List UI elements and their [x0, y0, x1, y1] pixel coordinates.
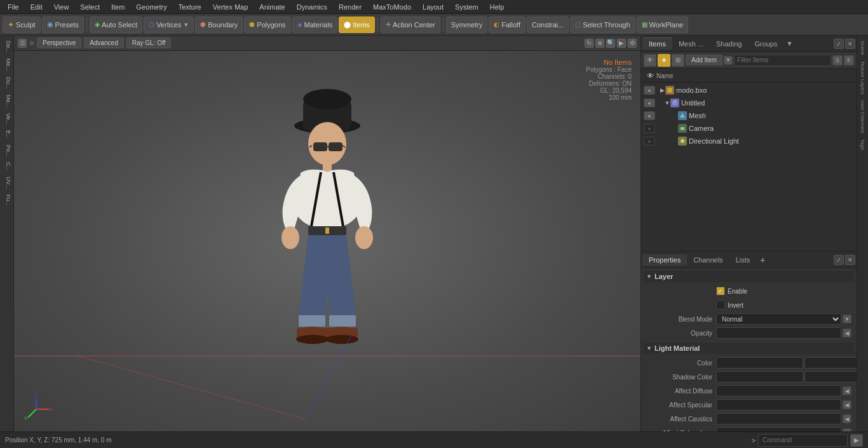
edge-tab-tags[interactable]: Tags: [858, 137, 867, 153]
menu-layout[interactable]: Layout: [417, 2, 449, 12]
filter-input[interactable]: [734, 55, 831, 66]
ray-gl-button[interactable]: Ray GL: Off: [126, 37, 172, 48]
edge-tab-scene[interactable]: Scene: [858, 38, 867, 58]
layer-section-header[interactable]: ▼ Layer: [644, 271, 854, 282]
sculpt-button[interactable]: ✦ Sculpt: [3, 17, 41, 33]
color-g-input[interactable]: 1.0: [804, 357, 857, 369]
left-tab-du[interactable]: Du...: [1, 74, 13, 92]
polygons-button[interactable]: ⬟ Polygons: [244, 17, 290, 33]
left-tab-c[interactable]: C...: [1, 160, 13, 173]
tab-properties[interactable]: Properties: [642, 254, 687, 266]
tab-channels[interactable]: Channels: [687, 254, 729, 266]
left-tab-po[interactable]: Po...: [1, 142, 13, 160]
menu-select[interactable]: Select: [75, 2, 105, 12]
action-center-button[interactable]: ✛ Action Center: [381, 17, 440, 33]
add-item-dropdown[interactable]: ▼: [724, 56, 733, 65]
filter-s-btn[interactable]: S: [832, 55, 843, 65]
perspective-button[interactable]: Perspective: [37, 37, 81, 48]
menu-view[interactable]: View: [49, 2, 74, 12]
viewport-zoom-icon[interactable]: ⊕: [595, 39, 604, 48]
opacity-btn[interactable]: ◀: [843, 329, 851, 337]
menu-file[interactable]: File: [3, 2, 24, 12]
tree-item-modo-bxo[interactable]: ● ▶ modo.bxo: [641, 84, 857, 97]
opacity-input[interactable]: 100.0 %: [716, 327, 841, 339]
command-input[interactable]: [758, 434, 848, 447]
left-tab-ve[interactable]: Ve...: [1, 111, 13, 127]
shadow-r-input[interactable]: 0.0: [716, 371, 803, 383]
viewport-search-icon[interactable]: 🔍: [606, 39, 615, 48]
workplane-button[interactable]: ▦ WorkPlane: [637, 17, 689, 33]
select-through-button[interactable]: ⬚ Select Through: [570, 17, 635, 33]
tree-item-untitled[interactable]: ● ▼ Untitled: [641, 97, 857, 109]
viewport-play-icon[interactable]: ▶: [617, 39, 626, 48]
viewport-settings-icon[interactable]: ⚙: [628, 39, 637, 48]
menu-texture[interactable]: Texture: [173, 2, 207, 12]
add-icon-btn[interactable]: +: [658, 54, 670, 67]
filter-icon-btn[interactable]: ⊞: [672, 54, 684, 67]
blend-mode-select[interactable]: Normal: [716, 313, 841, 325]
tab-groups[interactable]: Groups: [748, 38, 783, 50]
left-tab-me1[interactable]: Me...: [1, 56, 13, 74]
affect-diffuse-btn[interactable]: ◀: [843, 386, 851, 395]
tab-mesh[interactable]: Mesh ...: [672, 38, 710, 50]
menu-maxtomodo[interactable]: MaxToModo: [368, 2, 416, 12]
boundary-button[interactable]: ⬢ Boundary: [195, 17, 243, 33]
symmetry-button[interactable]: Symmetry: [446, 17, 488, 33]
left-tab-me2[interactable]: Me...: [1, 92, 13, 110]
menu-render[interactable]: Render: [334, 2, 367, 12]
light-section-header[interactable]: ▼ Light Material: [644, 343, 854, 354]
left-tab-e[interactable]: E...: [1, 128, 13, 142]
menu-vertex-map[interactable]: Vertex Map: [208, 2, 254, 12]
auto-select-button[interactable]: ◈ Auto Select: [90, 17, 142, 33]
tree-item-directional-light[interactable]: ● Directional Light: [641, 135, 857, 147]
menu-system[interactable]: System: [450, 2, 484, 12]
edge-tab-texture[interactable]: Texture Layers: [858, 58, 867, 97]
menu-animate[interactable]: Animate: [254, 2, 290, 12]
materials-button[interactable]: ◈ Materials: [292, 17, 338, 33]
add-item-button[interactable]: Add Item: [686, 55, 722, 65]
tab-add-btn[interactable]: +: [756, 254, 769, 266]
command-go-button[interactable]: ▶: [850, 434, 863, 447]
props-expand-icon[interactable]: ⤢: [834, 255, 844, 265]
viewport-dot-icon[interactable]: [29, 41, 34, 46]
filter-f-btn[interactable]: F: [844, 55, 854, 65]
panel-close-icon[interactable]: ✕: [845, 39, 855, 49]
panel-expand-icon[interactable]: ⤢: [834, 39, 844, 49]
items-button[interactable]: ⬤ Items: [339, 17, 375, 33]
viewport[interactable]: X Y Z No Items Polygons : Face Channels:…: [14, 51, 641, 431]
shadow-g-input[interactable]: 0.0: [804, 371, 857, 383]
affect-specular-input[interactable]: 100.0 %: [716, 399, 841, 411]
advanced-button[interactable]: Advanced: [84, 37, 123, 48]
props-close-icon[interactable]: ✕: [845, 255, 855, 265]
falloff-button[interactable]: ◐ Falloff: [489, 17, 526, 33]
affect-subsurface-btn[interactable]: ◀: [843, 428, 851, 431]
menu-dynamics[interactable]: Dynamics: [292, 2, 332, 12]
eye-modo-bxo[interactable]: ●: [644, 86, 655, 95]
left-tab-uv[interactable]: UV...: [1, 174, 13, 191]
presets-button[interactable]: ◉ Presets: [42, 17, 84, 33]
eye-untitled[interactable]: ●: [644, 98, 655, 107]
menu-help[interactable]: Help: [485, 2, 510, 12]
eye-light[interactable]: ●: [644, 137, 655, 146]
eye-mesh[interactable]: ●: [644, 111, 655, 120]
tab-lists[interactable]: Lists: [729, 254, 757, 266]
tab-items[interactable]: Items: [642, 37, 672, 50]
viewport-menu-icon[interactable]: ☰: [18, 39, 27, 48]
affect-caustics-btn[interactable]: ◀: [843, 414, 851, 423]
color-r-input[interactable]: 1.0: [716, 357, 803, 369]
invert-checkbox[interactable]: [716, 301, 725, 309]
menu-geometry[interactable]: Geometry: [131, 2, 172, 12]
eye-camera[interactable]: ●: [644, 124, 655, 133]
vertices-button[interactable]: ⬡ Vertices ▼: [144, 17, 194, 33]
groups-dropdown-icon[interactable]: ▼: [786, 40, 792, 47]
eye-toggle[interactable]: 👁: [644, 54, 656, 67]
tree-item-camera[interactable]: ● Camera: [641, 122, 857, 135]
edge-tab-user-channels[interactable]: User Channels: [858, 97, 867, 136]
viewport-rotate-icon[interactable]: ↻: [585, 39, 593, 48]
blend-mode-arrow[interactable]: ▼: [843, 315, 851, 323]
left-tab-de[interactable]: De...: [1, 38, 13, 55]
constrai-button[interactable]: Constrai...: [527, 17, 569, 33]
tree-item-mesh[interactable]: ● Mesh: [641, 109, 857, 122]
affect-subsurface-input[interactable]: 100.0 %: [716, 427, 841, 431]
menu-item[interactable]: Item: [106, 2, 130, 12]
